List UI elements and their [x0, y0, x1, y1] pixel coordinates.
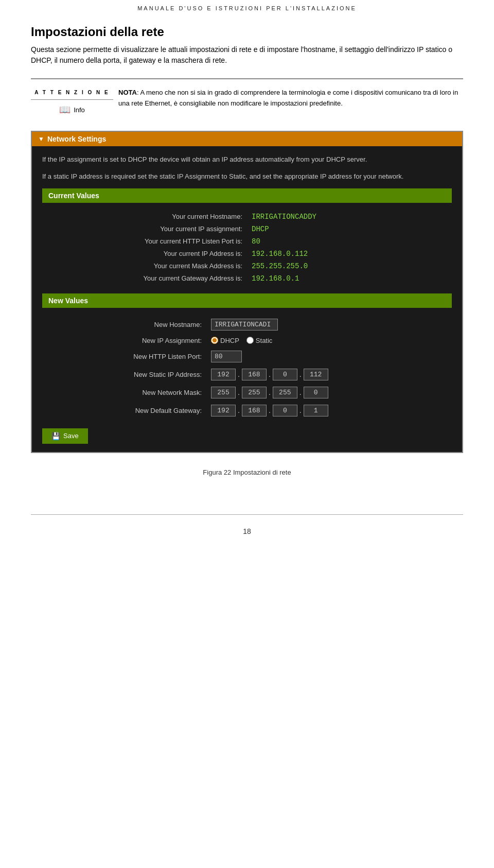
current-value-row: Your current Gateway Address is:192.168.…: [43, 273, 451, 284]
gateway-ip-2[interactable]: [242, 405, 267, 416]
current-value-row: Your current IP assignment:DHCP: [43, 223, 451, 235]
gateway-ip-4[interactable]: [304, 405, 328, 416]
current-value-value: 192.168.0.1: [248, 273, 451, 284]
panel-body: If the IP assignment is set to DHCP the …: [32, 146, 462, 452]
hostname-input[interactable]: [211, 319, 278, 331]
static-ip-group: . . .: [211, 369, 447, 380]
gateway-ip-1[interactable]: [211, 405, 236, 416]
intro-paragraph: Questa sezione permette di visualizzare …: [31, 44, 463, 66]
save-button[interactable]: 💾 Save: [42, 428, 88, 444]
nota-text: A meno che non si sia in grado di compre…: [118, 89, 458, 107]
header-text: MANUALE D'USO E ISTRUZIONI PER L'INSTALL…: [137, 5, 357, 11]
page-number: 18: [0, 517, 494, 541]
static-radio[interactable]: [246, 337, 254, 344]
current-value-label: Your current IP assignment:: [43, 223, 246, 235]
current-value-label: Your current Mask Address is:: [43, 261, 246, 272]
attention-right: NOTA: A meno che non si sia in grado di …: [113, 88, 463, 115]
ip-assignment-label: New IP Assignment:: [43, 334, 206, 347]
book-icon: 📖: [59, 104, 70, 115]
static-ip-label: New Static IP Address:: [43, 366, 206, 383]
static-radio-label[interactable]: Static: [246, 337, 273, 344]
current-value-value: IRRIGATIONCADDY: [248, 211, 451, 222]
gateway-row: New Default Gateway: . . .: [43, 402, 451, 419]
current-value-row: Your current Mask Address is:255.255.255…: [43, 261, 451, 272]
gateway-ip-group: . . .: [211, 405, 447, 416]
panel-header: ▼ Network Settings: [32, 132, 462, 146]
static-ip-3[interactable]: [273, 369, 297, 380]
static-ip-1[interactable]: [211, 369, 236, 380]
static-ip-dot-3: .: [298, 370, 303, 378]
save-icon: 💾: [51, 432, 60, 440]
mask-ip-3[interactable]: [273, 387, 297, 398]
static-label: Static: [256, 337, 273, 344]
mask-ip-4[interactable]: [304, 387, 328, 398]
attention-divider: [31, 99, 113, 100]
attention-info: 📖 Info: [59, 104, 85, 115]
panel-title: Network Settings: [47, 135, 106, 143]
info-text-2: If a static IP address is required set t…: [42, 171, 452, 182]
static-ip-row: New Static IP Address: . . .: [43, 366, 451, 383]
current-value-value: DHCP: [248, 223, 451, 235]
mask-row: New Network Mask: . . .: [43, 384, 451, 401]
static-ip-dot-2: .: [268, 370, 272, 378]
current-value-value: 255.255.255.0: [248, 261, 451, 272]
gateway-ip-dot-1: .: [237, 406, 241, 414]
figure-caption: Figura 22 Impostazioni di rete: [31, 468, 463, 476]
static-ip-dot-1: .: [237, 370, 241, 378]
panel-arrow-icon: ▼: [38, 135, 44, 143]
new-values-form: New Hostname: New IP Assignment:: [42, 315, 452, 420]
mask-ip-dot-3: .: [298, 388, 303, 396]
current-value-label: Your current Gateway Address is:: [43, 273, 246, 284]
port-input[interactable]: [211, 351, 242, 362]
info-label: Info: [74, 106, 85, 114]
page-separator: [31, 514, 463, 515]
gateway-ip-dot-2: .: [268, 406, 272, 414]
gateway-ip-dot-3: .: [298, 406, 303, 414]
current-value-row: Your current HTTP Listen Port is:80: [43, 236, 451, 247]
static-ip-4[interactable]: [304, 369, 328, 380]
ip-assignment-group: DHCP Static: [211, 337, 447, 344]
dhcp-radio[interactable]: [211, 337, 218, 344]
current-value-row: Your current Hostname:IRRIGATIONCADDY: [43, 211, 451, 222]
hostname-label: New Hostname:: [43, 316, 206, 333]
attention-block: A T T E N Z I O N E 📖 Info NOTA: A meno …: [31, 78, 463, 115]
dhcp-label: DHCP: [220, 337, 239, 344]
new-values-header: New Values: [42, 293, 452, 308]
static-ip-2[interactable]: [242, 369, 267, 380]
page-title: Impostazioni della rete: [31, 25, 463, 39]
attention-left: A T T E N Z I O N E 📖 Info: [31, 88, 113, 115]
save-label: Save: [63, 432, 79, 440]
nota-label: NOTA: [118, 89, 137, 96]
current-values-header: Current Values: [42, 188, 452, 203]
gateway-ip-3[interactable]: [273, 405, 297, 416]
gateway-label: New Default Gateway:: [43, 402, 206, 419]
mask-ip-dot-1: .: [237, 388, 241, 396]
ip-assignment-row: New IP Assignment: DHCP Static: [43, 334, 451, 347]
current-value-label: Your current IP Address is:: [43, 248, 246, 259]
mask-label: New Network Mask:: [43, 384, 206, 401]
mask-ip-2[interactable]: [242, 387, 267, 398]
current-value-value: 192.168.0.112: [248, 248, 451, 259]
attention-label: A T T E N Z I O N E: [34, 90, 110, 95]
hostname-row: New Hostname:: [43, 316, 451, 333]
network-panel: ▼ Network Settings If the IP assignment …: [31, 131, 463, 453]
current-value-row: Your current IP Address is:192.168.0.112: [43, 248, 451, 259]
current-values-table: Your current Hostname:IRRIGATIONCADDYYou…: [42, 210, 452, 285]
mask-ip-1[interactable]: [211, 387, 236, 398]
current-value-label: Your current HTTP Listen Port is:: [43, 236, 246, 247]
port-label: New HTTP Listen Port:: [43, 348, 206, 365]
manual-header: MANUALE D'USO E ISTRUZIONI PER L'INSTALL…: [0, 0, 494, 14]
mask-ip-dot-2: .: [268, 388, 272, 396]
mask-ip-group: . . .: [211, 387, 447, 398]
dhcp-radio-label[interactable]: DHCP: [211, 337, 239, 344]
current-value-value: 80: [248, 236, 451, 247]
port-row: New HTTP Listen Port:: [43, 348, 451, 365]
current-value-label: Your current Hostname:: [43, 211, 246, 222]
info-text-1: If the IP assignment is set to DHCP the …: [42, 154, 452, 165]
